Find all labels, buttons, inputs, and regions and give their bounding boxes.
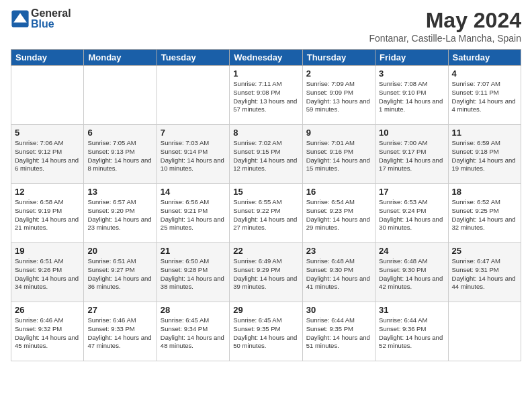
day-number: 4 — [452, 68, 517, 79]
cell-info: Sunrise: 6:45 AM Sunset: 9:35 PM Dayligh… — [233, 316, 298, 351]
day-number: 3 — [379, 68, 444, 79]
day-number: 22 — [233, 246, 298, 256]
col-sunday: Sunday — [11, 50, 84, 66]
col-thursday: Thursday — [302, 50, 375, 66]
cell-info: Sunrise: 6:46 AM Sunset: 9:33 PM Dayligh… — [87, 316, 152, 351]
logo-text: General Blue — [31, 8, 71, 30]
logo: General Blue — [11, 8, 71, 30]
title-block: May 2024 Fontanar, Castille-La Mancha, S… — [369, 8, 521, 44]
cell-info: Sunrise: 6:57 AM Sunset: 9:20 PM Dayligh… — [87, 198, 152, 232]
table-row: 28Sunrise: 6:45 AM Sunset: 9:34 PM Dayli… — [157, 302, 229, 361]
cell-info: Sunrise: 7:09 AM Sunset: 9:09 PM Dayligh… — [306, 80, 371, 114]
day-number: 9 — [306, 128, 371, 138]
logo-icon — [11, 9, 30, 28]
table-row: 16Sunrise: 6:54 AM Sunset: 9:23 PM Dayli… — [302, 184, 375, 243]
cell-info: Sunrise: 6:51 AM Sunset: 9:27 PM Dayligh… — [87, 257, 152, 291]
table-row: 30Sunrise: 6:44 AM Sunset: 9:35 PM Dayli… — [302, 302, 375, 361]
table-row — [448, 302, 521, 361]
cell-info: Sunrise: 6:58 AM Sunset: 9:19 PM Dayligh… — [15, 198, 80, 232]
location-title: Fontanar, Castille-La Mancha, Spain — [369, 33, 521, 44]
table-row: 9Sunrise: 7:01 AM Sunset: 9:16 PM Daylig… — [302, 125, 375, 184]
table-row: 13Sunrise: 6:57 AM Sunset: 9:20 PM Dayli… — [84, 184, 157, 243]
calendar-week-row: 1Sunrise: 7:11 AM Sunset: 9:08 PM Daylig… — [11, 66, 521, 125]
day-number: 17 — [379, 187, 444, 197]
cell-info: Sunrise: 7:03 AM Sunset: 9:14 PM Dayligh… — [161, 139, 226, 173]
cell-info: Sunrise: 6:46 AM Sunset: 9:32 PM Dayligh… — [15, 316, 80, 351]
day-number: 13 — [87, 187, 152, 197]
cell-info: Sunrise: 6:59 AM Sunset: 9:18 PM Dayligh… — [452, 139, 517, 173]
cell-info: Sunrise: 6:44 AM Sunset: 9:36 PM Dayligh… — [379, 316, 444, 351]
day-number: 8 — [233, 128, 298, 138]
cell-info: Sunrise: 6:44 AM Sunset: 9:35 PM Dayligh… — [306, 316, 371, 351]
cell-info: Sunrise: 6:54 AM Sunset: 9:23 PM Dayligh… — [306, 198, 371, 232]
cell-info: Sunrise: 7:05 AM Sunset: 9:13 PM Dayligh… — [87, 139, 152, 173]
table-row: 17Sunrise: 6:53 AM Sunset: 9:24 PM Dayli… — [375, 184, 448, 243]
day-number: 28 — [161, 305, 226, 315]
cell-info: Sunrise: 6:48 AM Sunset: 9:30 PM Dayligh… — [306, 257, 371, 291]
table-row: 21Sunrise: 6:50 AM Sunset: 9:28 PM Dayli… — [157, 243, 229, 302]
day-number: 6 — [87, 128, 152, 138]
day-number: 25 — [452, 246, 517, 256]
calendar-week-row: 19Sunrise: 6:51 AM Sunset: 9:26 PM Dayli… — [11, 243, 521, 302]
day-number: 2 — [306, 68, 371, 79]
cell-info: Sunrise: 7:08 AM Sunset: 9:10 PM Dayligh… — [379, 80, 444, 114]
calendar-week-row: 26Sunrise: 6:46 AM Sunset: 9:32 PM Dayli… — [11, 302, 521, 361]
day-number: 26 — [15, 305, 80, 315]
table-row — [157, 66, 229, 125]
table-row: 3Sunrise: 7:08 AM Sunset: 9:10 PM Daylig… — [375, 66, 448, 125]
day-number: 14 — [161, 187, 226, 197]
cell-info: Sunrise: 6:50 AM Sunset: 9:28 PM Dayligh… — [161, 257, 226, 291]
cell-info: Sunrise: 6:55 AM Sunset: 9:22 PM Dayligh… — [233, 198, 298, 232]
day-number: 1 — [233, 68, 298, 79]
day-number: 18 — [452, 187, 517, 197]
table-row: 7Sunrise: 7:03 AM Sunset: 9:14 PM Daylig… — [157, 125, 229, 184]
table-row: 15Sunrise: 6:55 AM Sunset: 9:22 PM Dayli… — [230, 184, 302, 243]
day-number: 5 — [15, 128, 80, 138]
cell-info: Sunrise: 7:00 AM Sunset: 9:17 PM Dayligh… — [379, 139, 444, 173]
cell-info: Sunrise: 6:47 AM Sunset: 9:31 PM Dayligh… — [452, 257, 517, 291]
cell-info: Sunrise: 6:48 AM Sunset: 9:30 PM Dayligh… — [379, 257, 444, 291]
cell-info: Sunrise: 7:11 AM Sunset: 9:08 PM Dayligh… — [233, 80, 298, 114]
table-row: 22Sunrise: 6:49 AM Sunset: 9:29 PM Dayli… — [230, 243, 302, 302]
page: General Blue May 2024 Fontanar, Castille… — [0, 0, 532, 411]
table-row: 23Sunrise: 6:48 AM Sunset: 9:30 PM Dayli… — [302, 243, 375, 302]
cell-info: Sunrise: 6:51 AM Sunset: 9:26 PM Dayligh… — [15, 257, 80, 291]
table-row — [84, 66, 157, 125]
day-number: 15 — [233, 187, 298, 197]
header: General Blue May 2024 Fontanar, Castille… — [11, 8, 521, 44]
col-saturday: Saturday — [448, 50, 521, 66]
table-row: 10Sunrise: 7:00 AM Sunset: 9:17 PM Dayli… — [375, 125, 448, 184]
table-row: 4Sunrise: 7:07 AM Sunset: 9:11 PM Daylig… — [448, 66, 521, 125]
table-row — [11, 66, 84, 125]
cell-info: Sunrise: 6:53 AM Sunset: 9:24 PM Dayligh… — [379, 198, 444, 232]
cell-info: Sunrise: 6:56 AM Sunset: 9:21 PM Dayligh… — [161, 198, 226, 232]
logo-general-text: General — [31, 8, 71, 19]
table-row: 6Sunrise: 7:05 AM Sunset: 9:13 PM Daylig… — [84, 125, 157, 184]
table-row: 12Sunrise: 6:58 AM Sunset: 9:19 PM Dayli… — [11, 184, 84, 243]
day-number: 19 — [15, 246, 80, 256]
table-row: 29Sunrise: 6:45 AM Sunset: 9:35 PM Dayli… — [230, 302, 302, 361]
calendar-header-row: Sunday Monday Tuesday Wednesday Thursday… — [11, 50, 521, 66]
cell-info: Sunrise: 7:07 AM Sunset: 9:11 PM Dayligh… — [452, 80, 517, 114]
table-row: 2Sunrise: 7:09 AM Sunset: 9:09 PM Daylig… — [302, 66, 375, 125]
table-row: 27Sunrise: 6:46 AM Sunset: 9:33 PM Dayli… — [84, 302, 157, 361]
day-number: 31 — [379, 305, 444, 315]
day-number: 23 — [306, 246, 371, 256]
cell-info: Sunrise: 7:01 AM Sunset: 9:16 PM Dayligh… — [306, 139, 371, 173]
day-number: 21 — [161, 246, 226, 256]
table-row: 24Sunrise: 6:48 AM Sunset: 9:30 PM Dayli… — [375, 243, 448, 302]
table-row: 31Sunrise: 6:44 AM Sunset: 9:36 PM Dayli… — [375, 302, 448, 361]
table-row: 14Sunrise: 6:56 AM Sunset: 9:21 PM Dayli… — [157, 184, 229, 243]
calendar-table: Sunday Monday Tuesday Wednesday Thursday… — [11, 49, 521, 361]
table-row: 25Sunrise: 6:47 AM Sunset: 9:31 PM Dayli… — [448, 243, 521, 302]
col-wednesday: Wednesday — [230, 50, 302, 66]
calendar-week-row: 12Sunrise: 6:58 AM Sunset: 9:19 PM Dayli… — [11, 184, 521, 243]
table-row: 8Sunrise: 7:02 AM Sunset: 9:15 PM Daylig… — [230, 125, 302, 184]
day-number: 10 — [379, 128, 444, 138]
day-number: 24 — [379, 246, 444, 256]
month-title: May 2024 — [369, 8, 521, 33]
table-row: 11Sunrise: 6:59 AM Sunset: 9:18 PM Dayli… — [448, 125, 521, 184]
table-row: 5Sunrise: 7:06 AM Sunset: 9:12 PM Daylig… — [11, 125, 84, 184]
logo-blue-text: Blue — [31, 19, 71, 30]
day-number: 27 — [87, 305, 152, 315]
